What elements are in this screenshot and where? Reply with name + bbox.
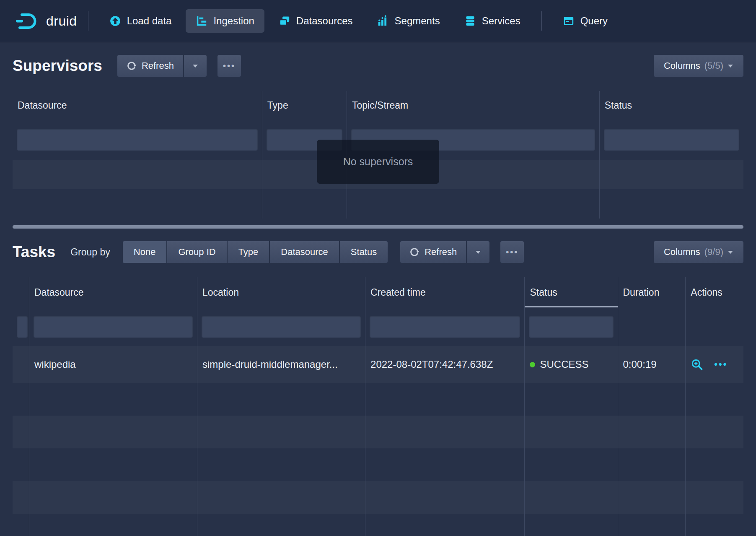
nav-label: Ingestion xyxy=(213,15,254,27)
no-supervisors-message: No supervisors xyxy=(317,140,439,184)
table-row xyxy=(13,416,743,448)
brand[interactable]: druid xyxy=(15,12,77,30)
column-header-location[interactable]: Location xyxy=(197,277,365,307)
column-header-created-time[interactable]: Created time xyxy=(365,277,525,307)
supervisors-title: Supervisors xyxy=(13,57,102,75)
refresh-icon xyxy=(409,247,419,257)
chevron-down-icon xyxy=(192,64,198,68)
table-row xyxy=(13,514,743,536)
group-by-type-button[interactable]: Type xyxy=(228,241,269,263)
horizontal-scrollbar[interactable] xyxy=(13,225,743,229)
column-header-type[interactable]: Type xyxy=(262,91,347,120)
group-by-segmented-control: None Group ID Type Datasource Status xyxy=(123,241,388,263)
nav-item-segments[interactable]: Segments xyxy=(367,9,450,33)
column-header-topic-stream[interactable]: Topic/Stream xyxy=(347,91,600,120)
nav-label: Query xyxy=(580,15,608,27)
column-header-datasource[interactable]: Datasource xyxy=(29,277,197,307)
columns-count: (9/9) xyxy=(704,247,723,258)
nav-divider xyxy=(88,11,88,31)
tasks-more-button[interactable]: ••• xyxy=(500,241,524,263)
table-row xyxy=(13,481,743,514)
group-by-group-id-button[interactable]: Group ID xyxy=(167,241,226,263)
refresh-label: Refresh xyxy=(142,60,174,71)
tasks-filter-created-time-input[interactable] xyxy=(370,316,520,338)
nav-item-datasources[interactable]: Datasources xyxy=(269,9,363,33)
tasks-filter-row xyxy=(13,307,743,346)
supervisors-filter-status-input[interactable] xyxy=(604,129,739,151)
brand-name: druid xyxy=(46,13,77,29)
more-icon: ••• xyxy=(506,247,518,257)
nav-item-load-data[interactable]: Load data xyxy=(99,9,182,33)
column-header-actions[interactable]: Actions xyxy=(686,277,743,307)
nav-label: Datasources xyxy=(296,15,353,27)
query-icon xyxy=(563,15,575,27)
nav-label: Segments xyxy=(395,15,440,27)
more-icon: ••• xyxy=(223,61,236,71)
status-success-dot xyxy=(530,362,535,367)
task-duration: 0:00:19 xyxy=(618,346,686,383)
zoom-in-icon[interactable] xyxy=(691,358,703,371)
group-by-none-button[interactable]: None xyxy=(123,241,167,263)
tasks-table-header: Datasource Location Created time Status … xyxy=(13,277,743,307)
supervisors-header: Supervisors Refresh ••• Columns (5/5) xyxy=(13,55,743,77)
task-datasource: wikipedia xyxy=(29,346,197,383)
nav-item-query[interactable]: Query xyxy=(553,9,618,33)
nav-divider xyxy=(541,11,542,31)
nav-label: Services xyxy=(482,15,520,27)
task-location: simple-druid-middlemanager... xyxy=(197,346,365,383)
columns-label: Columns xyxy=(664,247,700,258)
druid-logo-icon xyxy=(15,12,39,30)
task-created-time: 2022-08-02T07:42:47.638Z xyxy=(365,346,525,383)
ingestion-icon xyxy=(196,15,207,27)
supervisors-filter-datasource-input[interactable] xyxy=(17,129,258,151)
datasources-icon xyxy=(279,15,290,27)
column-header-status[interactable]: Status xyxy=(600,91,743,120)
chevron-down-icon xyxy=(728,64,733,68)
supervisors-refresh-button[interactable]: Refresh xyxy=(117,55,183,77)
nav-item-ingestion[interactable]: Ingestion xyxy=(186,9,264,33)
tasks-refresh-group: Refresh xyxy=(400,241,489,263)
table-row xyxy=(13,448,743,481)
tasks-filter-status-input[interactable] xyxy=(529,316,613,338)
tasks-refresh-button[interactable]: Refresh xyxy=(400,241,466,263)
main-nav: Load data Ingestion Datasources xyxy=(99,9,531,33)
column-header-duration[interactable]: Duration xyxy=(618,277,686,307)
supervisors-table-header: Datasource Type Topic/Stream Status xyxy=(13,91,743,120)
upload-icon xyxy=(109,15,121,27)
task-actions: ••• xyxy=(686,346,743,383)
task-row-wikipedia[interactable]: wikipedia simple-druid-middlemanager... … xyxy=(13,346,743,383)
supervisors-columns-button[interactable]: Columns (5/5) xyxy=(654,55,743,77)
columns-label: Columns xyxy=(664,60,700,71)
tasks-filter-hidden-input[interactable] xyxy=(17,316,28,338)
group-by-label: Group by xyxy=(70,247,110,258)
tasks-refresh-caret-button[interactable] xyxy=(467,241,489,263)
status-badge: SUCCESS xyxy=(540,359,588,370)
table-row xyxy=(13,189,743,219)
supervisors-refresh-caret-button[interactable] xyxy=(184,55,207,77)
columns-count: (5/5) xyxy=(704,60,723,71)
task-status: SUCCESS xyxy=(525,346,618,383)
tasks-columns-button[interactable]: Columns (9/9) xyxy=(654,241,743,263)
tasks-header: Tasks Group by None Group ID Type Dataso… xyxy=(13,241,743,263)
chevron-down-icon xyxy=(475,250,481,254)
supervisors-more-button[interactable]: ••• xyxy=(217,55,241,77)
group-by-datasource-button[interactable]: Datasource xyxy=(270,241,339,263)
services-icon xyxy=(464,15,476,27)
supervisors-refresh-group: Refresh xyxy=(117,55,207,77)
nav-label: Load data xyxy=(127,15,172,27)
refresh-icon xyxy=(127,61,137,71)
nav-item-services[interactable]: Services xyxy=(454,9,531,33)
tasks-filter-location-input[interactable] xyxy=(202,316,361,338)
refresh-label: Refresh xyxy=(425,247,457,258)
more-icon[interactable]: ••• xyxy=(714,359,728,370)
segments-icon xyxy=(377,15,389,27)
group-by-status-button[interactable]: Status xyxy=(340,241,388,263)
tasks-table: Datasource Location Created time Status … xyxy=(13,277,743,536)
tasks-filter-datasource-input[interactable] xyxy=(34,316,193,338)
column-header-datasource[interactable]: Datasource xyxy=(13,91,262,120)
tasks-title: Tasks xyxy=(13,243,55,261)
table-row xyxy=(13,383,743,416)
column-header-status[interactable]: Status xyxy=(525,277,618,307)
top-nav: druid Load data Ingestion xyxy=(0,0,756,42)
chevron-down-icon xyxy=(728,250,733,254)
